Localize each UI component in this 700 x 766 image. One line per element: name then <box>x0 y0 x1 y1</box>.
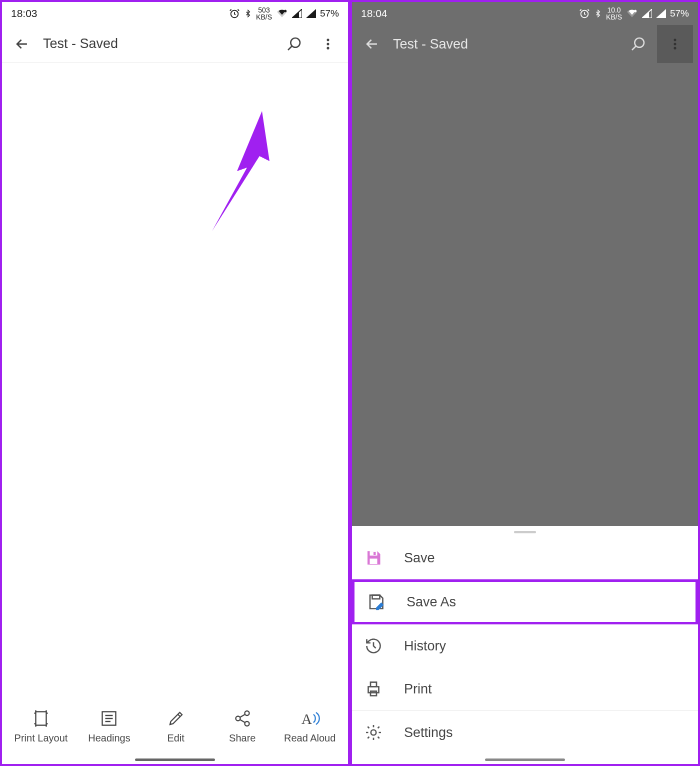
print-layout-icon <box>32 709 50 727</box>
arrow-left-icon <box>364 36 380 53</box>
status-bar: 18:03 503KB/S 57% <box>2 2 348 25</box>
more-vertical-icon <box>668 37 682 51</box>
more-button[interactable] <box>313 29 343 59</box>
more-button[interactable] <box>657 25 693 63</box>
save-as-icon <box>366 593 386 611</box>
svg-rect-20 <box>370 559 378 564</box>
wifi-icon <box>626 9 638 19</box>
svg-point-15 <box>674 39 676 41</box>
status-time: 18:03 <box>11 8 38 20</box>
menu-label: Print <box>404 681 432 697</box>
bottom-label: Share <box>229 732 256 744</box>
phone-screenshot-right: 18:04 10.0KB/S 57% Test - Saved <box>350 0 700 766</box>
sheet-drag-handle[interactable] <box>514 531 536 533</box>
annotation-arrow <box>192 111 282 231</box>
menu-label: History <box>404 638 446 654</box>
network-speed: 503KB/S <box>256 7 272 21</box>
svg-rect-24 <box>370 691 376 696</box>
phone-screenshot-left: 18:03 503KB/S 57% Test - Saved P <box>0 0 350 766</box>
svg-rect-21 <box>372 595 380 599</box>
status-bar: 18:04 10.0KB/S 57% <box>352 2 698 25</box>
svg-point-8 <box>244 711 249 715</box>
menu-label: Save <box>404 550 435 566</box>
svg-point-9 <box>236 716 240 720</box>
status-time: 18:04 <box>361 8 388 20</box>
svg-point-4 <box>326 43 329 45</box>
app-bar: Test - Saved <box>352 25 698 63</box>
svg-rect-6 <box>36 711 46 725</box>
search-button[interactable] <box>279 29 309 59</box>
svg-point-17 <box>674 47 676 50</box>
svg-rect-19 <box>374 552 376 555</box>
signal-icon-2 <box>306 9 316 18</box>
svg-point-5 <box>326 47 329 49</box>
bottom-item-print-layout[interactable]: Print Layout <box>14 709 68 744</box>
document-title: Test - Saved <box>41 36 275 52</box>
bottom-item-edit[interactable]: Edit <box>151 709 201 744</box>
bottom-item-read-aloud[interactable]: A Read Aloud <box>284 709 336 744</box>
menu-item-print[interactable]: Print <box>352 667 698 710</box>
print-icon <box>363 680 384 698</box>
bottom-label: Print Layout <box>14 732 68 744</box>
wifi-icon <box>276 9 288 19</box>
arrow-left-icon <box>14 36 30 53</box>
bluetooth-icon <box>594 8 602 19</box>
home-indicator[interactable] <box>485 758 565 761</box>
save-icon <box>363 549 384 567</box>
svg-point-16 <box>674 43 676 45</box>
settings-icon <box>363 723 384 741</box>
menu-item-settings[interactable]: Settings <box>352 711 698 754</box>
battery-percent: 57% <box>670 8 689 19</box>
signal-icon-1 <box>292 9 302 18</box>
alarm-icon <box>579 8 590 19</box>
document-title: Test - Saved <box>391 37 619 52</box>
menu-label: Save As <box>406 594 456 610</box>
svg-point-2 <box>290 38 300 48</box>
svg-point-10 <box>244 721 249 726</box>
menu-item-save-as[interactable]: Save As <box>352 579 698 624</box>
svg-point-14 <box>634 38 644 48</box>
svg-text:A: A <box>301 710 312 726</box>
network-speed: 10.0KB/S <box>606 7 622 21</box>
svg-point-1 <box>284 10 286 13</box>
overflow-menu-sheet: Save Save As History Print <box>352 526 698 764</box>
share-icon <box>234 709 252 727</box>
status-icons: 10.0KB/S 57% <box>579 7 689 21</box>
app-bar: Test - Saved <box>2 25 348 63</box>
bluetooth-icon <box>244 8 252 19</box>
signal-icon-1 <box>642 9 652 18</box>
document-content[interactable] <box>2 63 348 699</box>
svg-rect-23 <box>370 682 376 687</box>
document-content-dimmed[interactable]: Save Save As History Print <box>352 63 698 764</box>
read-aloud-icon: A <box>300 709 320 727</box>
signal-icon-2 <box>656 9 666 18</box>
status-icons: 503KB/S 57% <box>229 7 339 21</box>
menu-item-history[interactable]: History <box>352 624 698 667</box>
home-indicator[interactable] <box>135 758 215 761</box>
bottom-label: Headings <box>88 732 130 744</box>
search-icon <box>630 36 646 52</box>
bottom-toolbar: Print Layout Headings Edit Share A Read … <box>2 699 348 764</box>
bottom-label: Read Aloud <box>284 732 336 744</box>
search-icon <box>286 36 302 52</box>
headings-icon <box>100 709 118 727</box>
search-button[interactable] <box>623 29 653 59</box>
svg-point-25 <box>371 730 376 735</box>
edit-icon <box>167 709 185 727</box>
back-button[interactable] <box>7 29 37 59</box>
svg-point-3 <box>326 39 329 41</box>
more-vertical-icon <box>321 37 335 51</box>
back-button[interactable] <box>357 29 387 59</box>
bottom-item-headings[interactable]: Headings <box>84 709 134 744</box>
history-icon <box>363 637 384 655</box>
menu-label: Settings <box>404 725 453 740</box>
menu-item-save[interactable]: Save <box>352 536 698 579</box>
bottom-label: Edit <box>167 732 184 744</box>
battery-percent: 57% <box>320 8 339 19</box>
svg-point-13 <box>634 10 636 13</box>
bottom-item-share[interactable]: Share <box>218 709 268 744</box>
alarm-icon <box>229 8 240 19</box>
